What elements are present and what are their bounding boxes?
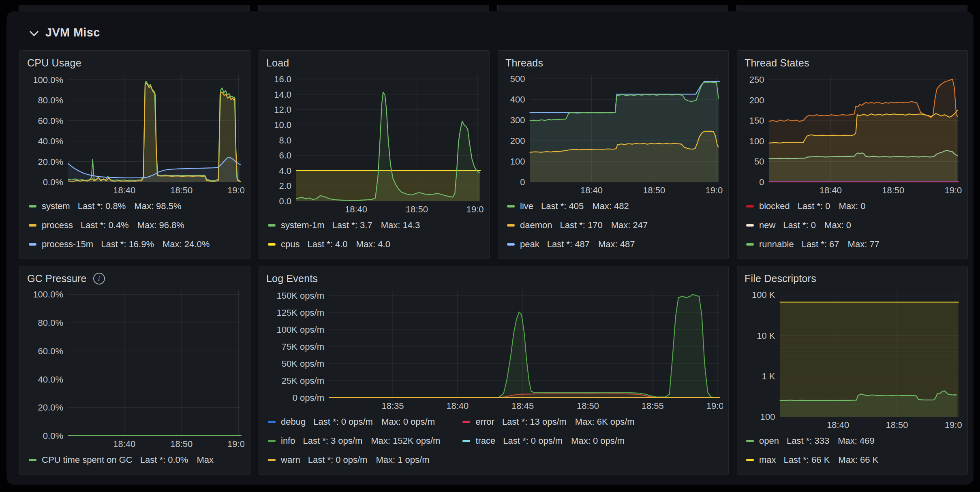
series-name[interactable]: system-1m bbox=[281, 220, 325, 231]
svg-text:0 ops/m: 0 ops/m bbox=[293, 393, 324, 403]
svg-text:150K ops/m: 150K ops/m bbox=[277, 291, 324, 301]
panel-log-events: Log Events 150K ops/m125K ops/m100K ops/… bbox=[259, 266, 729, 475]
panel-load: Load 16.014.012.010.08.06.04.02.00.018:4… bbox=[259, 50, 490, 259]
series-max-value: Max bbox=[197, 455, 214, 465]
series-last-value: Last *: 405 bbox=[541, 201, 584, 212]
series-color-swatch bbox=[507, 243, 515, 246]
series-color-swatch bbox=[29, 224, 36, 227]
series-last-value: Last *: 0 ops/m bbox=[308, 455, 368, 465]
time-series-chart[interactable]: 500400300200100018:4018:5019:00 bbox=[504, 70, 723, 197]
series-last-value: Last *: 3 ops/m bbox=[303, 436, 362, 446]
series-name[interactable]: max bbox=[759, 455, 776, 465]
series-name[interactable]: error bbox=[475, 417, 494, 427]
series-name[interactable]: live bbox=[520, 201, 533, 212]
time-series-chart[interactable]: 150K ops/m125K ops/m100K ops/m75K ops/m5… bbox=[265, 285, 723, 412]
panel-header[interactable]: Log Events bbox=[265, 270, 723, 285]
y-axis-labels: 16.014.012.010.08.06.04.02.00.0 bbox=[274, 74, 291, 206]
y-axis-labels: 100 K10 K1 K100 bbox=[752, 290, 775, 422]
svg-text:18:45: 18:45 bbox=[511, 401, 534, 411]
series-name[interactable]: process-15m bbox=[42, 239, 93, 250]
legend-item-process-15m: process-15mLast *: 16.9%Max: 24.0% bbox=[29, 235, 244, 254]
svg-text:16.0: 16.0 bbox=[274, 74, 291, 84]
x-axis-labels: 18:4018:5019:00 bbox=[113, 439, 244, 449]
legend-item-new: newLast *: 0Max: 0 bbox=[746, 216, 961, 235]
series-name[interactable]: cpus bbox=[281, 239, 300, 250]
series-color-swatch bbox=[746, 243, 754, 246]
panel-header[interactable]: Load bbox=[265, 55, 484, 70]
clipped-panel-above-4 bbox=[736, 5, 967, 11]
svg-text:6.0: 6.0 bbox=[279, 150, 291, 160]
series-color-swatch bbox=[746, 224, 754, 227]
panel-header[interactable]: CPU Usage bbox=[26, 55, 244, 70]
series-name[interactable]: blocked bbox=[759, 201, 790, 212]
series-name[interactable]: trace bbox=[475, 436, 495, 446]
row-header-jvm-misc[interactable]: JVM Misc bbox=[6, 11, 974, 39]
series-last-value: Last *: 487 bbox=[547, 239, 590, 250]
series-max-value: Max: 98.5% bbox=[134, 201, 181, 212]
svg-text:100.0%: 100.0% bbox=[33, 75, 63, 85]
svg-text:125K ops/m: 125K ops/m bbox=[277, 308, 324, 318]
grid-lines bbox=[68, 290, 241, 436]
series-color-swatch bbox=[268, 243, 276, 246]
svg-text:12.0: 12.0 bbox=[274, 105, 291, 115]
series-max-value: Max: 4.0 bbox=[356, 239, 390, 250]
time-series-chart[interactable]: 100.0%80.0%60.0%40.0%20.0%0.0%18:4018:50… bbox=[26, 285, 244, 450]
panel-thread-states: Thread States 25020015010050018:4018:501… bbox=[737, 50, 968, 259]
panel-header[interactable]: Threads bbox=[504, 55, 723, 70]
svg-text:18:50: 18:50 bbox=[643, 185, 665, 195]
svg-text:0.0%: 0.0% bbox=[43, 177, 63, 187]
time-series-chart[interactable]: 100 K10 K1 K10018:4018:5019:00 bbox=[743, 285, 962, 431]
x-axis-labels: 18:4018:5019:00 bbox=[827, 420, 962, 430]
series-last-value: Last *: 0.0% bbox=[140, 455, 188, 465]
section-title: JVM Misc bbox=[45, 26, 100, 39]
series-name[interactable]: warn bbox=[281, 455, 300, 465]
svg-text:19:00: 19:00 bbox=[705, 185, 723, 195]
series-last-value: Last *: 333 bbox=[787, 436, 829, 446]
series-color-swatch bbox=[746, 440, 754, 442]
series-name[interactable]: daemon bbox=[520, 220, 552, 231]
time-series-chart[interactable]: 16.014.012.010.08.06.04.02.00.018:4018:5… bbox=[265, 70, 484, 216]
series-last-value: Last *: 0 ops/m bbox=[503, 436, 563, 446]
panel-header[interactable]: File Descriptors bbox=[743, 270, 962, 285]
svg-text:18:40: 18:40 bbox=[345, 204, 367, 214]
series-max-value: Max: 66 K bbox=[838, 455, 878, 465]
svg-text:18:35: 18:35 bbox=[381, 401, 404, 411]
panel-cpu-usage: CPU Usage 100.0%80.0%60.0%40.0%20.0%0.0%… bbox=[19, 50, 250, 259]
svg-text:18:40: 18:40 bbox=[446, 401, 469, 411]
svg-text:100: 100 bbox=[510, 156, 525, 167]
panel-title: GC Pressure bbox=[27, 273, 87, 285]
panel-header[interactable]: GC Pressure i bbox=[26, 270, 244, 285]
series-last-value: Last *: 0.8% bbox=[78, 201, 126, 212]
svg-text:8.0: 8.0 bbox=[279, 135, 291, 145]
panel-header[interactable]: Thread States bbox=[743, 55, 962, 70]
series-max-value: Max: 469 bbox=[838, 436, 875, 446]
time-series-chart[interactable]: 25020015010050018:4018:5019:00 bbox=[743, 70, 962, 197]
chevron-down-icon[interactable] bbox=[30, 27, 39, 36]
series-max-value: Max: 152K ops/m bbox=[371, 436, 440, 446]
svg-text:18:40: 18:40 bbox=[820, 185, 842, 195]
series-name[interactable]: new bbox=[759, 220, 775, 231]
svg-text:75K ops/m: 75K ops/m bbox=[282, 342, 324, 352]
legend-item-system: systemLast *: 0.8%Max: 98.5% bbox=[29, 197, 244, 216]
legend: openLast *: 333Max: 469maxLast *: 66 KMa… bbox=[743, 431, 962, 472]
series-name[interactable]: system bbox=[42, 201, 70, 212]
series-color-swatch bbox=[268, 421, 276, 423]
info-icon[interactable]: i bbox=[93, 273, 105, 285]
series-max-value: Max: 24.0% bbox=[163, 239, 210, 250]
panel-grid: CPU Usage 100.0%80.0%60.0%40.0%20.0%0.0%… bbox=[19, 50, 974, 475]
svg-text:0.0: 0.0 bbox=[279, 196, 291, 206]
series-name[interactable]: runnable bbox=[759, 239, 794, 250]
series-name[interactable]: peak bbox=[520, 239, 539, 250]
series-name[interactable]: debug bbox=[281, 417, 306, 427]
series-name[interactable]: CPU time spent on GC bbox=[42, 455, 133, 465]
series-name[interactable]: open bbox=[759, 436, 779, 446]
series-name[interactable]: process bbox=[42, 220, 73, 231]
legend-item-info: infoLast *: 3 ops/mMax: 152K ops/m bbox=[268, 431, 449, 450]
panel-threads: Threads 500400300200100018:4018:5019:00 … bbox=[498, 50, 729, 259]
time-series-chart[interactable]: 100.0%80.0%60.0%40.0%20.0%0.0%18:4018:50… bbox=[26, 70, 244, 197]
svg-text:18:50: 18:50 bbox=[170, 439, 193, 449]
series-name[interactable]: info bbox=[281, 436, 295, 446]
svg-text:60.0%: 60.0% bbox=[38, 116, 63, 126]
legend-item-system-1m: system-1mLast *: 3.7Max: 14.3 bbox=[268, 216, 483, 235]
series-color-swatch bbox=[29, 243, 36, 246]
